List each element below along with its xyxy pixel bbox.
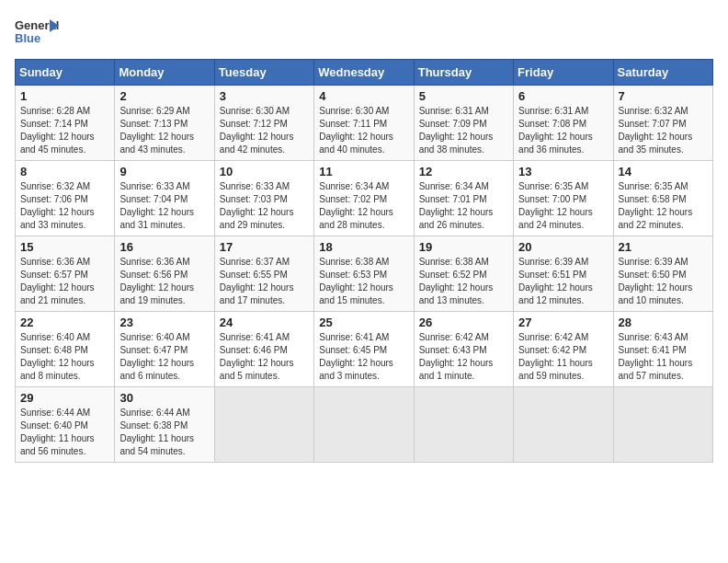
sunset-text: Sunset: 7:09 PM xyxy=(419,118,508,131)
calendar-cell: 9Sunrise: 6:33 AMSunset: 7:04 PMDaylight… xyxy=(115,161,214,236)
sunset-text: Sunset: 7:12 PM xyxy=(220,118,309,131)
calendar-cell: 16Sunrise: 6:36 AMSunset: 6:56 PMDayligh… xyxy=(115,236,214,312)
column-header-thursday: Thursday xyxy=(414,60,513,86)
day-info: Sunrise: 6:38 AMSunset: 6:53 PMDaylight:… xyxy=(319,256,408,307)
day-info: Sunrise: 6:36 AMSunset: 6:56 PMDaylight:… xyxy=(119,256,209,307)
day-info: Sunrise: 6:42 AMSunset: 6:43 PMDaylight:… xyxy=(419,331,508,383)
sunrise-text: Sunrise: 6:31 AM xyxy=(419,105,508,118)
calendar-cell xyxy=(314,387,414,463)
daylight-text: Daylight: 11 hours and 54 minutes. xyxy=(119,432,209,458)
day-info: Sunrise: 6:33 AMSunset: 7:03 PMDaylight:… xyxy=(220,180,309,232)
calendar-cell: 12Sunrise: 6:34 AMSunset: 7:01 PMDayligh… xyxy=(414,161,513,236)
daylight-text: Daylight: 12 hours and 24 minutes. xyxy=(518,206,608,232)
sunrise-text: Sunrise: 6:32 AM xyxy=(619,105,708,118)
day-info: Sunrise: 6:32 AMSunset: 7:07 PMDaylight:… xyxy=(619,105,708,156)
sunrise-text: Sunrise: 6:40 AM xyxy=(119,331,209,344)
sunrise-text: Sunrise: 6:37 AM xyxy=(220,256,309,269)
day-info: Sunrise: 6:30 AMSunset: 7:11 PMDaylight:… xyxy=(319,105,408,156)
day-info: Sunrise: 6:35 AMSunset: 7:00 PMDaylight:… xyxy=(518,180,608,232)
column-header-wednesday: Wednesday xyxy=(314,60,414,86)
sunrise-text: Sunrise: 6:39 AM xyxy=(619,256,708,269)
sunrise-text: Sunrise: 6:44 AM xyxy=(20,407,109,419)
calendar-cell: 2Sunrise: 6:29 AMSunset: 7:13 PMDaylight… xyxy=(115,86,214,161)
day-number: 5 xyxy=(419,89,508,103)
day-info: Sunrise: 6:44 AMSunset: 6:38 PMDaylight:… xyxy=(119,407,209,458)
day-number: 2 xyxy=(119,89,209,103)
sunrise-text: Sunrise: 6:41 AM xyxy=(220,331,309,344)
sunset-text: Sunset: 7:04 PM xyxy=(119,193,209,206)
sunrise-text: Sunrise: 6:35 AM xyxy=(518,180,608,193)
daylight-text: Daylight: 12 hours and 13 minutes. xyxy=(419,282,508,307)
sunrise-text: Sunrise: 6:43 AM xyxy=(619,331,708,344)
day-number: 3 xyxy=(220,89,309,103)
sunset-text: Sunset: 7:02 PM xyxy=(319,193,408,206)
sunrise-text: Sunrise: 6:36 AM xyxy=(20,256,109,269)
day-number: 9 xyxy=(119,165,209,178)
daylight-text: Daylight: 12 hours and 15 minutes. xyxy=(319,282,408,307)
calendar-cell: 30Sunrise: 6:44 AMSunset: 6:38 PMDayligh… xyxy=(115,387,214,463)
calendar-row-0: 1Sunrise: 6:28 AMSunset: 7:14 PMDaylight… xyxy=(16,86,713,161)
day-info: Sunrise: 6:40 AMSunset: 6:48 PMDaylight:… xyxy=(20,331,109,383)
calendar-body: 1Sunrise: 6:28 AMSunset: 7:14 PMDaylight… xyxy=(16,86,713,463)
day-info: Sunrise: 6:41 AMSunset: 6:46 PMDaylight:… xyxy=(220,331,309,383)
sunset-text: Sunset: 6:41 PM xyxy=(619,344,708,357)
calendar-cell: 25Sunrise: 6:41 AMSunset: 6:45 PMDayligh… xyxy=(314,312,414,387)
calendar-cell: 3Sunrise: 6:30 AMSunset: 7:12 PMDaylight… xyxy=(214,86,313,161)
sunrise-text: Sunrise: 6:38 AM xyxy=(419,256,508,269)
calendar-cell: 11Sunrise: 6:34 AMSunset: 7:02 PMDayligh… xyxy=(314,161,414,236)
sunrise-text: Sunrise: 6:30 AM xyxy=(319,105,408,118)
sunset-text: Sunset: 7:08 PM xyxy=(518,118,608,131)
sunset-text: Sunset: 6:43 PM xyxy=(419,344,508,357)
sunset-text: Sunset: 6:58 PM xyxy=(619,193,708,206)
calendar-cell: 8Sunrise: 6:32 AMSunset: 7:06 PMDaylight… xyxy=(16,161,115,236)
day-info: Sunrise: 6:32 AMSunset: 7:06 PMDaylight:… xyxy=(20,180,109,232)
sunset-text: Sunset: 7:06 PM xyxy=(20,193,109,206)
calendar-row-3: 22Sunrise: 6:40 AMSunset: 6:48 PMDayligh… xyxy=(16,312,713,387)
sunset-text: Sunset: 7:13 PM xyxy=(119,118,209,131)
sunrise-text: Sunrise: 6:31 AM xyxy=(518,105,608,118)
sunset-text: Sunset: 6:51 PM xyxy=(518,269,608,282)
daylight-text: Daylight: 12 hours and 35 minutes. xyxy=(619,131,708,156)
day-info: Sunrise: 6:42 AMSunset: 6:42 PMDaylight:… xyxy=(518,331,608,383)
daylight-text: Daylight: 12 hours and 45 minutes. xyxy=(20,131,109,156)
daylight-text: Daylight: 12 hours and 36 minutes. xyxy=(518,131,608,156)
daylight-text: Daylight: 12 hours and 8 minutes. xyxy=(20,357,109,383)
daylight-text: Daylight: 12 hours and 22 minutes. xyxy=(619,206,708,232)
day-number: 29 xyxy=(20,391,109,405)
sunset-text: Sunset: 6:57 PM xyxy=(20,269,109,282)
column-header-sunday: Sunday xyxy=(16,60,115,86)
sunrise-text: Sunrise: 6:38 AM xyxy=(319,256,408,269)
page-header: General Blue xyxy=(15,15,713,52)
day-number: 4 xyxy=(319,89,408,103)
calendar-row-4: 29Sunrise: 6:44 AMSunset: 6:40 PMDayligh… xyxy=(16,387,713,463)
calendar-cell: 10Sunrise: 6:33 AMSunset: 7:03 PMDayligh… xyxy=(214,161,313,236)
sunrise-text: Sunrise: 6:36 AM xyxy=(119,256,209,269)
daylight-text: Daylight: 12 hours and 21 minutes. xyxy=(20,282,109,307)
daylight-text: Daylight: 12 hours and 10 minutes. xyxy=(619,282,708,307)
sunrise-text: Sunrise: 6:29 AM xyxy=(119,105,209,118)
daylight-text: Daylight: 12 hours and 43 minutes. xyxy=(119,131,209,156)
calendar-cell: 28Sunrise: 6:43 AMSunset: 6:41 PMDayligh… xyxy=(613,312,712,387)
day-number: 20 xyxy=(518,240,608,254)
day-number: 18 xyxy=(319,240,408,254)
sunrise-text: Sunrise: 6:40 AM xyxy=(20,331,109,344)
calendar-cell: 18Sunrise: 6:38 AMSunset: 6:53 PMDayligh… xyxy=(314,236,414,312)
daylight-text: Daylight: 12 hours and 40 minutes. xyxy=(319,131,408,156)
daylight-text: Daylight: 12 hours and 26 minutes. xyxy=(419,206,508,232)
sunset-text: Sunset: 7:00 PM xyxy=(518,193,608,206)
calendar-cell: 13Sunrise: 6:35 AMSunset: 7:00 PMDayligh… xyxy=(514,161,613,236)
calendar-cell: 29Sunrise: 6:44 AMSunset: 6:40 PMDayligh… xyxy=(16,387,115,463)
daylight-text: Daylight: 12 hours and 38 minutes. xyxy=(419,131,508,156)
day-number: 16 xyxy=(119,240,209,254)
day-number: 12 xyxy=(419,165,508,178)
sunset-text: Sunset: 7:07 PM xyxy=(619,118,708,131)
day-info: Sunrise: 6:29 AMSunset: 7:13 PMDaylight:… xyxy=(119,105,209,156)
day-info: Sunrise: 6:44 AMSunset: 6:40 PMDaylight:… xyxy=(20,407,109,458)
day-number: 22 xyxy=(20,316,109,329)
day-number: 23 xyxy=(119,316,209,329)
day-number: 21 xyxy=(619,240,708,254)
day-info: Sunrise: 6:34 AMSunset: 7:02 PMDaylight:… xyxy=(319,180,408,232)
sunrise-text: Sunrise: 6:44 AM xyxy=(119,407,209,419)
logo-svg: General Blue xyxy=(15,15,61,52)
day-number: 27 xyxy=(518,316,608,329)
